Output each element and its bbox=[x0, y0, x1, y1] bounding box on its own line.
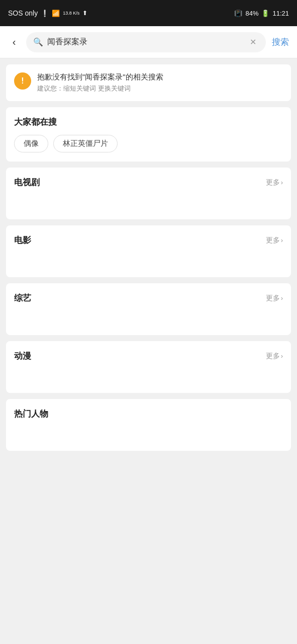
speed-value: 13.8 K/s bbox=[63, 11, 79, 16]
speed-display: 13.8 K/s bbox=[63, 11, 79, 16]
status-right: 📳 84% 🔋 11:21 bbox=[234, 10, 289, 17]
wifi-icon: 📶 bbox=[52, 10, 60, 17]
anime-chevron-icon: › bbox=[281, 352, 283, 360]
variety-more-label: 更多 bbox=[266, 294, 280, 303]
exclamation-icon: ❕ bbox=[41, 10, 49, 17]
trending-tags: 偶像 林正英僵尸片 bbox=[14, 135, 283, 152]
back-button[interactable]: ‹ bbox=[6, 34, 22, 50]
anime-content bbox=[14, 369, 283, 384]
people-header: 热门人物 bbox=[14, 408, 283, 420]
movie-chevron-icon: › bbox=[281, 236, 283, 244]
anime-more-link[interactable]: 更多 › bbox=[266, 352, 283, 361]
search-input-container[interactable]: 🔍 闻香探案录 ✕ bbox=[26, 32, 266, 52]
search-input[interactable]: 闻香探案录 bbox=[47, 37, 243, 47]
upload-icon: ⬆ bbox=[82, 10, 87, 17]
anime-title: 动漫 bbox=[14, 350, 31, 362]
movie-header: 电影 更多 › bbox=[14, 234, 283, 246]
variety-header: 综艺 更多 › bbox=[14, 292, 283, 304]
back-arrow-icon: ‹ bbox=[13, 36, 16, 48]
status-bar: SOS only ❕ 📶 13.8 K/s ⬆ 📳 84% 🔋 11:21 bbox=[0, 0, 297, 26]
anime-section: 动漫 更多 › bbox=[6, 341, 291, 393]
movie-title: 电影 bbox=[14, 234, 31, 246]
tv-more-label: 更多 bbox=[266, 178, 280, 187]
tv-section: 电视剧 更多 › bbox=[6, 168, 291, 219]
no-result-section: ! 抱歉没有找到"闻香探案录"的相关搜索 建议您：缩短关键词 更换关键词 bbox=[6, 64, 291, 101]
clear-button[interactable]: ✕ bbox=[247, 36, 259, 48]
battery-percent: 84% bbox=[245, 10, 258, 17]
people-title: 热门人物 bbox=[14, 408, 48, 420]
anime-more-label: 更多 bbox=[266, 352, 280, 361]
tv-title: 电视剧 bbox=[14, 177, 40, 188]
trending-title: 大家都在搜 bbox=[14, 116, 57, 128]
tv-more-link[interactable]: 更多 › bbox=[266, 178, 283, 187]
tv-chevron-icon: › bbox=[281, 179, 283, 186]
variety-title: 综艺 bbox=[14, 292, 31, 304]
warning-icon: ! bbox=[14, 72, 31, 90]
tag-item-2[interactable]: 林正英僵尸片 bbox=[53, 135, 118, 152]
variety-chevron-icon: › bbox=[281, 294, 283, 302]
tag-item-1[interactable]: 偶像 bbox=[14, 135, 48, 152]
trending-header: 大家都在搜 bbox=[14, 116, 283, 128]
people-content bbox=[14, 427, 283, 442]
tv-header: 电视剧 更多 › bbox=[14, 177, 283, 188]
trending-section: 大家都在搜 偶像 林正英僵尸片 bbox=[6, 107, 291, 162]
variety-section: 综艺 更多 › bbox=[6, 283, 291, 335]
variety-more-link[interactable]: 更多 › bbox=[266, 294, 283, 303]
battery-icon: 🔋 bbox=[261, 10, 269, 17]
status-left: SOS only ❕ 📶 13.8 K/s ⬆ bbox=[8, 9, 87, 17]
tv-content bbox=[14, 195, 283, 210]
sos-label: SOS only bbox=[8, 9, 38, 17]
search-submit-button[interactable]: 搜索 bbox=[270, 36, 291, 48]
movie-more-label: 更多 bbox=[266, 236, 280, 245]
search-magnifier-icon: 🔍 bbox=[33, 37, 43, 47]
variety-content bbox=[14, 311, 283, 326]
no-result-title: 抱歉没有找到"闻香探案录"的相关搜索 bbox=[37, 72, 163, 82]
no-result-suggestion: 建议您：缩短关键词 更换关键词 bbox=[37, 84, 163, 93]
movie-section: 电影 更多 › bbox=[6, 225, 291, 277]
no-result-text-block: 抱歉没有找到"闻香探案录"的相关搜索 建议您：缩短关键词 更换关键词 bbox=[37, 72, 163, 93]
clock: 11:21 bbox=[272, 10, 289, 17]
search-bar: ‹ 🔍 闻香探案录 ✕ 搜索 bbox=[0, 26, 297, 58]
movie-more-link[interactable]: 更多 › bbox=[266, 236, 283, 245]
vibrate-icon: 📳 bbox=[234, 10, 242, 17]
people-section: 热门人物 bbox=[6, 399, 291, 451]
movie-content bbox=[14, 253, 283, 268]
anime-header: 动漫 更多 › bbox=[14, 350, 283, 362]
